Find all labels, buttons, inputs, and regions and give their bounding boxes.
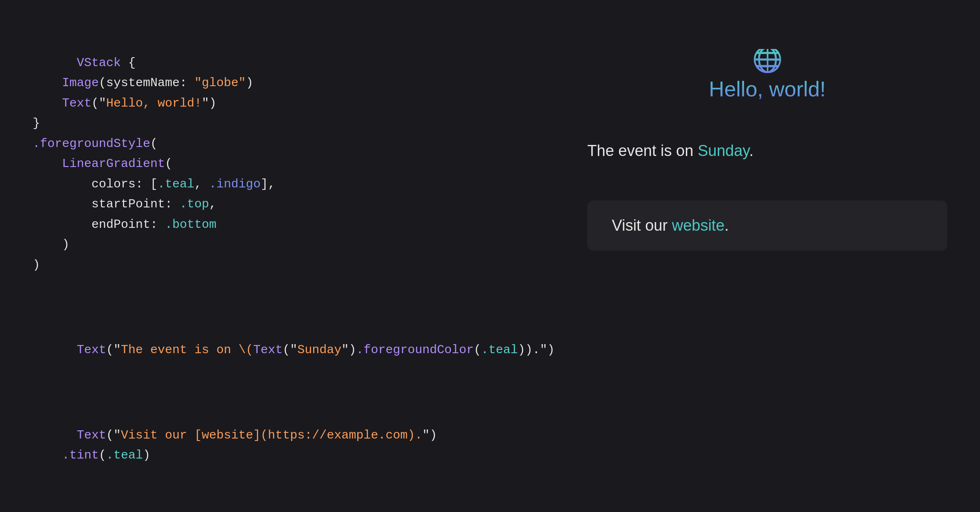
value-top: .top bbox=[180, 197, 209, 211]
indent-tint bbox=[33, 448, 62, 462]
code-panel: VStack { Image(systemName: "globe") Text… bbox=[0, 0, 555, 512]
close-quote2: ") bbox=[422, 428, 437, 442]
inner-open: (" bbox=[283, 343, 297, 357]
value-bottom: .bottom bbox=[165, 218, 216, 232]
website-preview-text: Visit our website. bbox=[612, 217, 923, 234]
keyword-vstack: VStack bbox=[77, 56, 121, 70]
indent2 bbox=[33, 96, 62, 110]
colon1: : bbox=[180, 76, 194, 90]
param-endpoint: endPoint bbox=[91, 218, 150, 232]
globe-icon: 🌐 bbox=[752, 49, 783, 73]
arg-close: ))." bbox=[518, 343, 547, 357]
close-paren: ) bbox=[547, 343, 555, 357]
hello-world-preview: Hello, world! bbox=[709, 77, 826, 101]
param-systemname: systemName bbox=[106, 76, 180, 90]
main-container: VStack { Image(systemName: "globe") Text… bbox=[0, 0, 980, 512]
colon2: : [ bbox=[136, 177, 158, 191]
string-globe: "globe" bbox=[194, 76, 246, 90]
method-foregroundstyle: .foregroundStyle bbox=[33, 137, 150, 151]
string-website: Visit our [website](https://example.com)… bbox=[121, 428, 422, 442]
paren-close1: ) bbox=[246, 76, 253, 90]
value-teal: .teal bbox=[158, 177, 194, 191]
indent7 bbox=[33, 238, 62, 252]
brace-open: { bbox=[121, 56, 136, 70]
website-before: Visit our bbox=[612, 217, 672, 234]
event-highlight: Sunday bbox=[698, 142, 749, 159]
brace-close: } bbox=[33, 116, 40, 130]
comma1: , bbox=[194, 177, 209, 191]
inner-text-func: Text bbox=[253, 343, 283, 357]
paren-open3: ( bbox=[150, 137, 158, 151]
value-indigo: .indigo bbox=[209, 177, 261, 191]
comma2: , bbox=[209, 197, 216, 211]
indent1 bbox=[33, 76, 62, 90]
event-after: . bbox=[749, 142, 754, 159]
class-lineargradient: LinearGradient bbox=[62, 157, 165, 171]
preview-vstack: 🌐 Hello, world! bbox=[587, 49, 947, 101]
func-text2: Text bbox=[77, 343, 106, 357]
param-colors: colors bbox=[91, 177, 136, 191]
method-foregroundcolor: .foregroundColor bbox=[356, 343, 474, 357]
colon4: : bbox=[150, 218, 165, 232]
inner-string-sunday: Sunday bbox=[297, 343, 341, 357]
colon3: : bbox=[165, 197, 180, 211]
paren-open4: ( bbox=[165, 157, 172, 171]
tint-paren-open: ( bbox=[99, 448, 106, 462]
code-block-website: Text("Visit our [website](https://exampl… bbox=[33, 405, 555, 486]
code-block-vstack: VStack { Image(systemName: "globe") Text… bbox=[33, 33, 555, 296]
method-tint: .tint bbox=[62, 448, 99, 462]
website-after: . bbox=[724, 217, 729, 234]
tint-arg: .teal bbox=[106, 448, 143, 462]
inner-close: ") bbox=[341, 343, 356, 357]
indent5 bbox=[33, 197, 91, 211]
paren-close4: ) bbox=[33, 258, 40, 272]
preview-panel: 🌐 Hello, world! The event is on Sunday. … bbox=[555, 0, 980, 512]
paren-close3: ) bbox=[62, 238, 69, 252]
paren-open2: (" bbox=[91, 96, 106, 110]
arg-teal-val: .teal bbox=[481, 343, 518, 357]
string-hello: Hello, world! bbox=[106, 96, 202, 110]
event-before: The event is on bbox=[587, 142, 697, 159]
func-image: Image bbox=[62, 76, 99, 90]
func-text3: Text bbox=[77, 428, 106, 442]
open-quote2: (" bbox=[106, 428, 121, 442]
indent6 bbox=[33, 218, 91, 232]
string-event-before: The event is on \( bbox=[121, 343, 253, 357]
bracket-close: ], bbox=[261, 177, 275, 191]
indent3 bbox=[33, 157, 62, 171]
website-highlight: website bbox=[672, 217, 724, 234]
event-preview-text: The event is on Sunday. bbox=[587, 142, 947, 160]
code-block-event: Text("The event is on \(Text("Sunday").f… bbox=[33, 320, 555, 381]
preview-box: Visit our website. bbox=[587, 200, 947, 251]
paren1: ( bbox=[99, 76, 106, 90]
preview-website-section: Visit our website. bbox=[587, 200, 947, 251]
param-startpoint: startPoint bbox=[91, 197, 165, 211]
open-quote: (" bbox=[106, 343, 121, 357]
tint-paren-close: ) bbox=[143, 448, 150, 462]
indent4 bbox=[33, 177, 91, 191]
func-text: Text bbox=[62, 96, 91, 110]
preview-event-section: The event is on Sunday. bbox=[587, 142, 947, 160]
method-arg-teal: ( bbox=[474, 343, 481, 357]
paren-close2: ") bbox=[202, 96, 216, 110]
